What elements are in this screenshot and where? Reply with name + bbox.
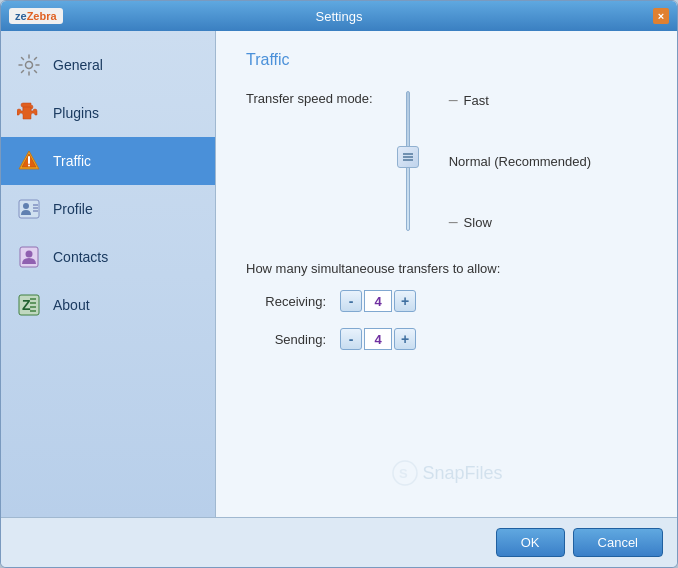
receiving-counter: - 4 + [340, 290, 416, 312]
sending-plus-button[interactable]: + [394, 328, 416, 350]
svg-point-11 [26, 251, 33, 258]
slow-label: Slow [464, 215, 492, 230]
main-content: Traffic Transfer speed mode: – Fast [216, 31, 677, 517]
logo-ze: ze [15, 10, 27, 22]
speed-slider-track[interactable] [393, 91, 423, 231]
sending-label: Sending: [246, 332, 326, 347]
svg-rect-5 [19, 200, 39, 218]
transfer-title: How many simultaneouse transfers to allo… [246, 261, 647, 276]
cancel-button[interactable]: Cancel [573, 528, 663, 557]
sidebar-item-general[interactable]: General [1, 41, 215, 89]
sending-minus-button[interactable]: - [340, 328, 362, 350]
sidebar-item-contacts[interactable]: Contacts [1, 233, 215, 281]
slider-labels: – Fast Normal (Recommended) – Slow [449, 91, 591, 231]
contacts-label: Contacts [53, 249, 108, 265]
profile-icon [15, 195, 43, 223]
sidebar-item-profile[interactable]: Profile [1, 185, 215, 233]
about-label: About [53, 297, 90, 313]
slow-dash: – [449, 213, 458, 231]
plugins-label: Plugins [53, 105, 99, 121]
footer: OK Cancel [1, 517, 677, 567]
sidebar-item-traffic[interactable]: Traffic [1, 137, 215, 185]
receiving-row: Receiving: - 4 + [246, 290, 647, 312]
traffic-settings: Transfer speed mode: – Fast [246, 89, 647, 366]
gear-icon [15, 51, 43, 79]
normal-label-item: Normal (Recommended) [449, 154, 591, 169]
slider-area: – Fast Normal (Recommended) – Slow [393, 91, 591, 231]
svg-point-18 [392, 461, 416, 485]
slow-label-item: – Slow [449, 213, 591, 231]
speed-mode-row: Transfer speed mode: – Fast [246, 89, 647, 231]
svg-point-6 [23, 203, 29, 209]
titlebar: zeZebra Settings × [1, 1, 677, 31]
app-logo: zeZebra [9, 8, 63, 24]
settings-window: zeZebra Settings × General [0, 0, 678, 568]
receiving-label: Receiving: [246, 294, 326, 309]
contacts-icon [15, 243, 43, 271]
fast-label-item: – Fast [449, 91, 591, 109]
puzzle-icon [15, 99, 43, 127]
sidebar: General Plugins [1, 31, 216, 517]
svg-text:Z: Z [22, 297, 31, 313]
slider-thumb[interactable] [397, 146, 419, 168]
normal-label: Normal (Recommended) [449, 154, 591, 169]
svg-point-4 [28, 165, 30, 167]
section-title: Traffic [246, 51, 647, 69]
watermark: S SnapFiles [390, 459, 502, 487]
receiving-value: 4 [364, 290, 392, 312]
watermark-text: SnapFiles [422, 463, 502, 484]
close-button[interactable]: × [653, 8, 669, 24]
fast-label: Fast [464, 93, 489, 108]
sidebar-item-plugins[interactable]: Plugins [1, 89, 215, 137]
traffic-label: Traffic [53, 153, 91, 169]
receiving-minus-button[interactable]: - [340, 290, 362, 312]
svg-point-0 [26, 62, 33, 69]
sending-row: Sending: - 4 + [246, 328, 647, 350]
sending-counter: - 4 + [340, 328, 416, 350]
profile-label: Profile [53, 201, 93, 217]
about-icon: Z [15, 291, 43, 319]
logo-zebra: Zebra [27, 10, 57, 22]
svg-text:S: S [398, 466, 407, 481]
general-label: General [53, 57, 103, 73]
ok-button[interactable]: OK [496, 528, 565, 557]
content-area: General Plugins [1, 31, 677, 517]
window-title: Settings [316, 9, 363, 24]
sending-value: 4 [364, 328, 392, 350]
transfer-section: How many simultaneouse transfers to allo… [246, 261, 647, 366]
speed-mode-label: Transfer speed mode: [246, 89, 373, 106]
fast-dash: – [449, 91, 458, 109]
receiving-plus-button[interactable]: + [394, 290, 416, 312]
traffic-icon [15, 147, 43, 175]
sidebar-item-about[interactable]: Z About [1, 281, 215, 329]
